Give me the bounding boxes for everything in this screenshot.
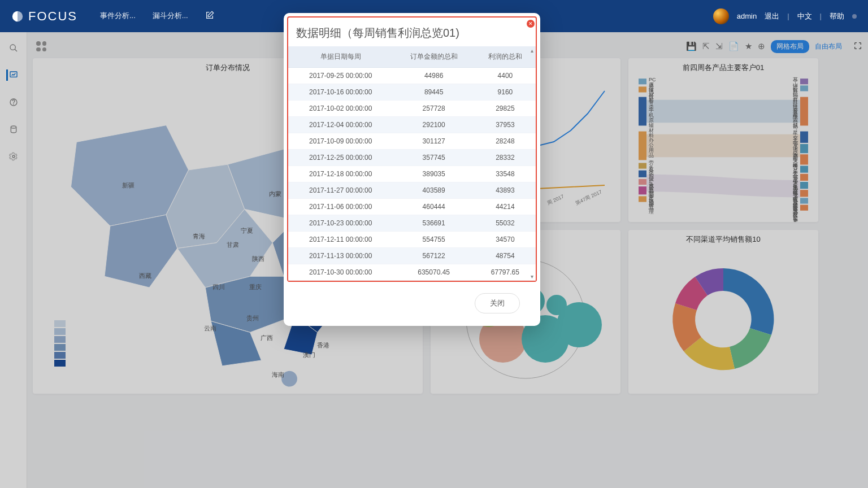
table-cell: 2017-12-18 00:00:00	[288, 166, 393, 182]
modal-close-button[interactable]: 关闭	[475, 293, 520, 313]
focus-logo-icon	[11, 10, 24, 23]
table-cell: 2017-10-16 00:00:00	[288, 84, 393, 101]
table-cell: 389035	[393, 166, 475, 182]
modal-table-wrap: 单据日期每周订单金额的总和利润的总和 2017-09-25 00:00:0044…	[288, 46, 536, 281]
table-row[interactable]: 2017-10-02 00:00:0025772829825	[288, 101, 536, 117]
table-row[interactable]: 2017-10-16 00:00:00894459160	[288, 84, 536, 101]
table-cell: 257728	[393, 101, 475, 117]
modal-title: 数据明细（每周销售利润总览01)	[288, 18, 536, 46]
user-name[interactable]: admin	[737, 12, 757, 20]
table-row[interactable]: 2017-12-25 00:00:0035774528332	[288, 150, 536, 166]
menu-edit-icon[interactable]	[205, 11, 214, 21]
top-menu: 事件分析... 漏斗分析...	[100, 11, 214, 21]
divider: |	[787, 12, 789, 20]
table-cell: 44986	[393, 68, 475, 84]
help-dot-icon	[852, 14, 857, 19]
table-cell: 357745	[393, 150, 475, 166]
user-avatar[interactable]	[713, 8, 729, 24]
table-cell: 567122	[393, 248, 475, 264]
table-row[interactable]: 2017-10-23 00:00:0053669155032	[288, 215, 536, 232]
scroll-down-icon[interactable]: ▾	[531, 273, 533, 280]
brand-logo: FOCUS	[11, 9, 77, 24]
table-row[interactable]: 2017-12-04 00:00:0029210037953	[288, 117, 536, 133]
table-cell: 292100	[393, 117, 475, 133]
table-cell: 403589	[393, 182, 475, 199]
table-cell: 2017-11-27 00:00:00	[288, 182, 393, 199]
table-cell: 536691	[393, 215, 475, 232]
table-row[interactable]: 2017-10-09 00:00:0030112728248	[288, 133, 536, 150]
table-row[interactable]: 2017-12-11 00:00:0055475534570	[288, 232, 536, 248]
data-detail-modal: ✕ 数据明细（每周销售利润总览01) 单据日期每周订单金额的总和利润的总和 20…	[284, 13, 540, 326]
table-header[interactable]: 单据日期每周	[288, 46, 393, 68]
modal-close-icon[interactable]: ✕	[527, 20, 535, 28]
table-cell: 2017-11-13 00:00:00	[288, 248, 393, 264]
language-link[interactable]: 中文	[797, 11, 812, 21]
table-cell: 2017-09-25 00:00:00	[288, 68, 393, 84]
table-cell: 2017-12-11 00:00:00	[288, 232, 393, 248]
scroll-up-icon[interactable]: ▴	[531, 47, 533, 54]
menu-event-analysis[interactable]: 事件分析...	[100, 11, 136, 21]
table-cell: 2017-10-09 00:00:00	[288, 133, 393, 150]
logout-link[interactable]: 退出	[765, 11, 779, 21]
table-scrollbar[interactable]: ▴ ▾	[527, 46, 535, 281]
table-cell: 2017-10-23 00:00:00	[288, 215, 393, 232]
brand-text: FOCUS	[28, 9, 77, 24]
table-row[interactable]: 2017-12-18 00:00:0038903533548	[288, 166, 536, 182]
divider: |	[820, 12, 822, 20]
table-cell: 554755	[393, 232, 475, 248]
modal-footer: 关闭	[284, 285, 540, 317]
table-cell: 89445	[393, 84, 475, 101]
table-row[interactable]: 2017-09-25 00:00:00449864400	[288, 68, 536, 84]
table-row[interactable]: 2017-11-06 00:00:0046044444214	[288, 199, 536, 215]
table-row[interactable]: 2017-10-30 00:00:00635070.4567797.65	[288, 264, 536, 281]
table-cell: 2017-10-30 00:00:00	[288, 264, 393, 281]
table-cell: 2017-12-25 00:00:00	[288, 150, 393, 166]
table-cell: 301127	[393, 133, 475, 150]
table-row[interactable]: 2017-11-27 00:00:0040358943893	[288, 182, 536, 199]
table-cell: 635070.45	[393, 264, 475, 281]
table-cell: 2017-12-04 00:00:00	[288, 117, 393, 133]
help-link[interactable]: 帮助	[830, 11, 844, 21]
table-cell: 2017-10-02 00:00:00	[288, 101, 393, 117]
top-right: admin 退出 | 中文 | 帮助	[713, 8, 857, 24]
menu-funnel-analysis[interactable]: 漏斗分析...	[153, 11, 188, 21]
table-row[interactable]: 2017-11-13 00:00:0056712248754	[288, 248, 536, 264]
table-cell: 460444	[393, 199, 475, 215]
data-table: 单据日期每周订单金额的总和利润的总和 2017-09-25 00:00:0044…	[288, 46, 536, 281]
table-header[interactable]: 订单金额的总和	[393, 46, 475, 68]
table-cell: 2017-11-06 00:00:00	[288, 199, 393, 215]
